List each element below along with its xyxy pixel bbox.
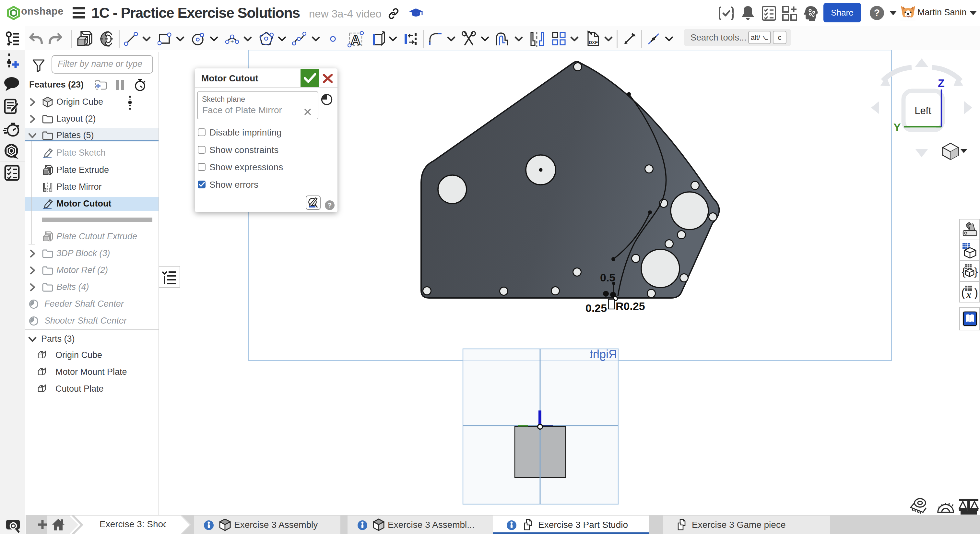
- svg-text:x: x: [966, 289, 971, 300]
- svg-text:DXF: DXF: [589, 40, 598, 45]
- svg-text:Left: Left: [915, 105, 931, 116]
- svg-text:0.25: 0.25: [585, 302, 607, 314]
- svg-text:Y: Y: [893, 121, 901, 133]
- svg-text:?: ?: [328, 201, 332, 209]
- svg-text:(: (: [961, 286, 965, 299]
- svg-text:}: }: [974, 265, 978, 277]
- svg-text:0.5: 0.5: [600, 271, 615, 284]
- svg-text:): ): [974, 286, 978, 299]
- svg-text:+: +: [230, 38, 234, 45]
- svg-text:A: A: [351, 32, 361, 48]
- svg-text:Z: Z: [938, 77, 945, 89]
- svg-text:Right: Right: [590, 347, 617, 361]
- svg-text:?: ?: [874, 7, 880, 18]
- svg-text:{: {: [962, 265, 966, 277]
- svg-text:R0.25: R0.25: [616, 300, 645, 312]
